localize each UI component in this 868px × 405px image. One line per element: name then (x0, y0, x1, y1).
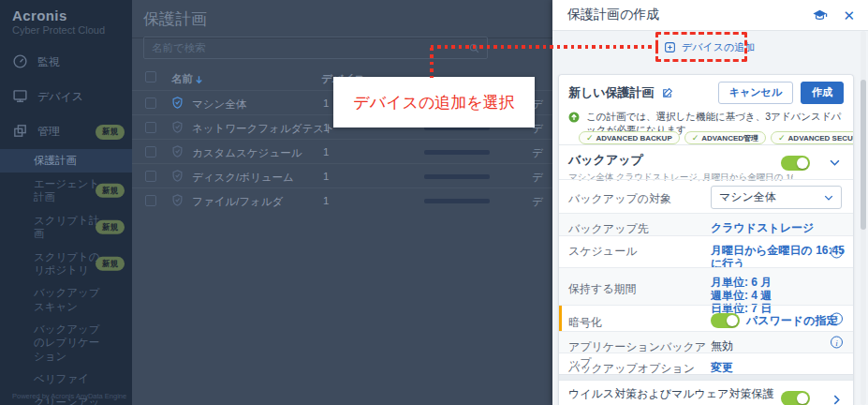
row-checkbox[interactable] (145, 195, 156, 206)
edit-icon[interactable] (661, 87, 673, 99)
monitor-icon (12, 88, 28, 107)
table-row[interactable]: ファイル/フォルダ 1 デ (132, 188, 552, 212)
sidebar-item-label: バックアップスキャン (34, 286, 108, 313)
tutorial-cap-icon[interactable] (812, 8, 828, 22)
column-header-name[interactable]: 名前 (171, 72, 193, 86)
sidebar-item-script-repository[interactable]: スクリプトのリポジトリ新規 (0, 246, 132, 282)
badge-advanced-management: ✓ADVANCED管理 (684, 131, 766, 144)
sidebar: Acronis Cyber Protect Cloud 監視 デバイス 管理 新… (0, 0, 132, 405)
cancel-button[interactable]: キャンセル (718, 82, 793, 103)
annotation-callout: デバイスの追加を選択 (333, 77, 535, 128)
antivirus-toggle[interactable] (781, 391, 810, 405)
backup-toggle[interactable] (781, 156, 810, 171)
sidebar-item-protection-plans[interactable]: 保護計画 (0, 149, 132, 172)
plan-card: 新しい保護計画 キャンセル 作成 この計画では、選択した機能に基づき、3アドバン… (558, 74, 854, 405)
plan-card-header: 新しい保護計画 キャンセル 作成 (559, 75, 853, 111)
annotation-dashed-highlight-box (655, 32, 747, 62)
sidebar-item-agent-plans[interactable]: エージェント計画新規 (0, 172, 132, 209)
advisory-message: この計画では、選択した機能に基づき、3アドバンスドパックが必要になります。 (559, 111, 853, 128)
sidebar-item-validation[interactable]: ベリファイ (0, 368, 132, 391)
device-count: 1 (323, 122, 329, 133)
row-schedule: スケジュール 月曜日から金曜日の 16:45 に行う （常に増分） i (559, 235, 853, 267)
chevron-down-icon[interactable] (830, 159, 840, 166)
encryption-toggle[interactable] (711, 313, 740, 328)
table-row[interactable]: ディスク/ボリューム 1 デ (132, 163, 552, 188)
new-badge: 新規 (96, 257, 125, 271)
sidebar-item-backup-scanning[interactable]: バックアップスキャン (0, 281, 132, 318)
annotation-dotted-line-horizontal (431, 45, 658, 49)
info-icon[interactable]: i (831, 337, 843, 349)
backup-section-header: バックアップ マシン全体 クラウドストレージ, 月曜日から金曜日の 16:45 … (559, 144, 853, 179)
management-icon (12, 123, 28, 142)
antivirus-section-header: ウイルス対策およびマルウェア対策保護 自己防御オン、リアルタイム保護オン (559, 380, 853, 405)
row-label: スケジュール (568, 242, 711, 262)
sidebar-item-label: バックアップのレプリケーション (34, 322, 108, 363)
backup-destination-link[interactable]: クラウドストレージ (711, 219, 844, 230)
sidebar-item-backup-replication[interactable]: バックアップのレプリケーション (0, 318, 132, 368)
plan-name-title: 新しい保護計画 (568, 84, 655, 101)
row-checkbox[interactable] (145, 122, 156, 133)
badge-advanced-security: ✓ADVANCED SECURITY (771, 131, 854, 144)
selected-value: マシン全体 (719, 189, 776, 205)
row-label: アプリケーションバックアップ (568, 338, 711, 347)
plan-name: ファイル/フォルダ (192, 195, 283, 209)
sidebar-item-label: 監視 (37, 54, 60, 70)
check-icon: ✓ (778, 133, 786, 142)
select-all-checkbox[interactable] (145, 71, 156, 82)
main-content: 保護計画 名前 デバイス マシン全体 1 デ ネットワークフォルダテスト 1 デ… (132, 0, 552, 405)
row-retention: 保持する期間 月単位: 6 月 週単位: 4 週 日単位: 7 日 (559, 267, 853, 305)
sidebar-item-management[interactable]: 管理 新規 (0, 114, 132, 149)
row-label: バックアップ先 (568, 219, 711, 230)
table-row[interactable]: カスタムスケジュール 1 デ (132, 139, 552, 163)
application-backup-value: 無効 (711, 338, 844, 347)
gauge-icon (12, 53, 28, 72)
backup-options-link[interactable]: 変更 (711, 359, 844, 368)
sidebar-item-devices[interactable]: デバイス (0, 80, 132, 114)
sidebar-item-label: デバイス (37, 89, 83, 105)
chevron-right-icon[interactable] (833, 395, 840, 405)
device-count: 1 (323, 98, 329, 109)
sidebar-item-monitoring[interactable]: 監視 (0, 45, 132, 80)
shield-check-icon (170, 96, 184, 113)
sidebar-item-label: 管理 (37, 124, 60, 140)
device-count: 1 (323, 171, 329, 182)
antivirus-section-title: ウイルス対策およびマルウェア対策保護 (568, 387, 784, 402)
logo-line1: Acronis (12, 8, 132, 23)
clipped-cell-text: デ (532, 171, 543, 185)
plan-name: マシン全体 (192, 98, 246, 112)
row-checkbox[interactable] (145, 98, 156, 109)
row-checkbox[interactable] (145, 146, 156, 158)
row-checkbox[interactable] (145, 171, 156, 182)
row-application-backup: アプリケーションバックアップ 無効 i (559, 331, 853, 352)
badge-advanced-backup: ✓ADVANCED BACKUP (579, 131, 680, 144)
scrollbar-thumb[interactable] (861, 80, 866, 230)
panel-header: 保護計画の作成 ✕ (552, 0, 868, 31)
new-badge: 新規 (96, 220, 125, 234)
password-spec-link[interactable]: パスワードの指定 (746, 314, 837, 327)
shield-check-icon (170, 144, 184, 162)
create-button[interactable]: 作成 (801, 82, 844, 103)
search-input[interactable] (144, 42, 468, 53)
close-icon[interactable]: ✕ (843, 8, 855, 22)
row-backup-destination: バックアップ先 クラウドストレージ (559, 213, 853, 235)
shield-check-icon (170, 120, 184, 138)
upgrade-arrow-icon (568, 112, 580, 123)
retention-link[interactable]: 月単位: 6 月 週単位: 4 週 日単位: 7 日 (711, 274, 844, 299)
clipped-cell-text: デ (532, 195, 543, 209)
info-icon[interactable]: i (831, 246, 843, 258)
row-label: 保持する期間 (568, 274, 711, 299)
row-backup-options: バックアップオプション 変更 (559, 352, 853, 374)
backup-source-select[interactable]: マシン全体 (711, 186, 842, 209)
sidebar-item-script-plans[interactable]: スクリプト計画新規 (0, 209, 132, 246)
plan-name: ディスク/ボリューム (192, 171, 294, 185)
clipped-cell-text: デ (532, 146, 543, 160)
encryption-accent-bar (559, 306, 562, 331)
info-icon[interactable]: i (831, 312, 843, 324)
sort-desc-icon[interactable] (194, 72, 204, 89)
row-label: 暗号化 (568, 311, 711, 325)
sidebar-item-label: 保護計画 (34, 154, 77, 167)
row-label: バックアップオプション (568, 359, 711, 368)
annotation-dotted-line-vertical (430, 48, 434, 78)
page-title: 保護計画 (132, 0, 552, 38)
plan-name: ネットワークフォルダテスト (192, 122, 335, 136)
